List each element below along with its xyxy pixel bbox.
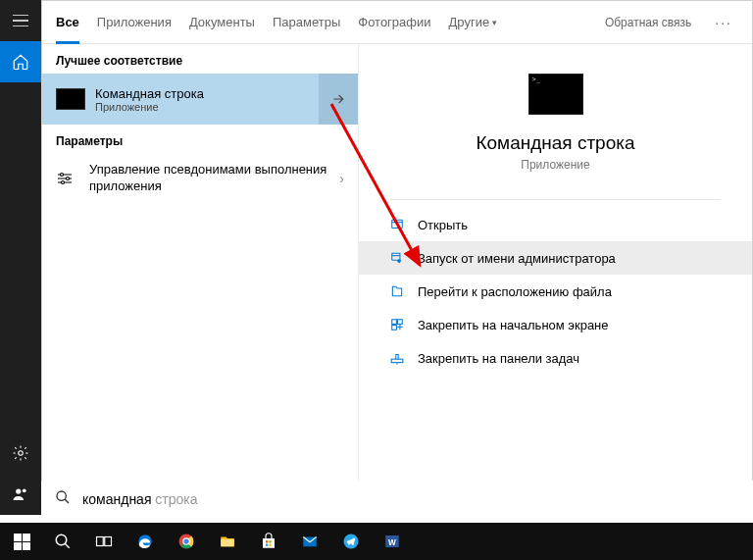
action-file-location[interactable]: Перейти к расположению файла: [359, 275, 752, 308]
pin-taskbar-icon: [388, 351, 406, 365]
preview-title: Командная строка: [476, 132, 634, 154]
svg-text:W: W: [388, 538, 396, 547]
svg-point-0: [19, 451, 24, 456]
start-left-rail: [0, 0, 41, 515]
tab-documents[interactable]: Документы: [189, 1, 255, 43]
more-button[interactable]: ···: [709, 1, 738, 43]
chevron-down-icon: ▾: [492, 18, 497, 27]
svg-rect-8: [392, 320, 397, 325]
taskbar-telegram[interactable]: [331, 523, 371, 560]
preview-subtitle: Приложение: [521, 158, 589, 172]
svg-point-3: [61, 174, 64, 177]
results-column: Лучшее соответствие Командная строка При…: [42, 44, 358, 514]
svg-rect-7: [392, 253, 400, 260]
action-run-as-admin-label: Запуск от имени администратора: [418, 251, 616, 266]
tab-settings[interactable]: Параметры: [273, 1, 340, 43]
taskbar-search-button[interactable]: [43, 523, 82, 560]
taskbar-word[interactable]: W: [373, 523, 412, 560]
svg-rect-23: [221, 539, 234, 547]
taskbar-edge[interactable]: [126, 523, 165, 560]
settings-button[interactable]: [0, 433, 41, 474]
open-icon: [388, 218, 406, 231]
preview-actions: Открыть Запуск от имени администратора П…: [359, 208, 752, 375]
svg-rect-16: [105, 537, 112, 546]
svg-rect-25: [266, 540, 268, 542]
svg-point-5: [62, 181, 65, 184]
windows-logo-icon: [14, 534, 30, 550]
search-typed: командная: [82, 491, 151, 507]
people-button[interactable]: [0, 474, 41, 515]
action-pin-taskbar-label: Закрепить на панели задач: [418, 351, 579, 366]
svg-rect-24: [263, 538, 275, 548]
svg-point-12: [57, 491, 66, 500]
start-button[interactable]: [2, 523, 41, 560]
tab-apps[interactable]: Приложения: [97, 1, 172, 43]
filter-tabs: Все Приложения Документы Параметры Фотог…: [42, 1, 752, 44]
taskbar-mail[interactable]: [290, 523, 329, 560]
tab-other[interactable]: Другие▾: [449, 1, 498, 43]
chevron-right-icon: ›: [339, 171, 344, 186]
svg-rect-11: [391, 359, 403, 363]
tab-photos[interactable]: Фотографии: [358, 1, 430, 43]
task-view-button[interactable]: [84, 523, 124, 560]
expand-arrow-button[interactable]: [319, 74, 358, 125]
settings-result-item[interactable]: Управление псевдонимами выполнения прило…: [42, 154, 358, 203]
taskbar: W: [0, 523, 753, 560]
svg-rect-10: [392, 326, 397, 331]
svg-point-14: [56, 535, 67, 545]
search-input-row[interactable]: командная строка: [41, 481, 753, 518]
search-text: командная строка: [82, 491, 198, 507]
svg-rect-26: [269, 540, 271, 542]
taskbar-chrome[interactable]: [167, 523, 206, 560]
folder-icon: [388, 284, 406, 298]
alias-settings-icon: [56, 172, 74, 185]
action-open[interactable]: Открыть: [359, 208, 752, 241]
pin-start-icon: [388, 318, 406, 331]
action-pin-start-label: Закрепить на начальном экране: [418, 318, 609, 332]
svg-rect-28: [269, 544, 271, 546]
search-icon: [55, 489, 71, 509]
svg-point-2: [23, 488, 26, 492]
best-match-subtitle: Приложение: [95, 101, 319, 113]
admin-icon: [388, 251, 406, 265]
best-match-title: Командная строка: [95, 86, 319, 101]
search-autocomplete: строка: [151, 491, 197, 507]
preview-pane: Командная строка Приложение Открыть Запу…: [358, 44, 752, 514]
svg-rect-27: [266, 544, 268, 546]
tab-all[interactable]: Все: [56, 1, 79, 43]
action-pin-taskbar[interactable]: Закрепить на панели задач: [359, 341, 752, 375]
search-panel: Все Приложения Документы Параметры Фотог…: [41, 0, 753, 515]
cmd-thumbnail-icon: [56, 88, 85, 110]
feedback-link[interactable]: Обратная связь: [605, 1, 691, 43]
settings-result-title: Управление псевдонимами выполнения прило…: [89, 162, 339, 195]
svg-rect-15: [97, 537, 104, 546]
section-best-match: Лучшее соответствие: [42, 44, 358, 74]
action-run-as-admin[interactable]: Запуск от имени администратора: [359, 241, 752, 275]
svg-rect-9: [398, 320, 403, 325]
divider: [390, 199, 721, 200]
svg-point-1: [16, 488, 21, 493]
menu-button[interactable]: [0, 0, 41, 41]
svg-rect-6: [392, 220, 403, 228]
action-pin-start[interactable]: Закрепить на начальном экране: [359, 308, 752, 341]
taskbar-explorer[interactable]: [208, 523, 247, 560]
preview-cmd-icon: [528, 74, 583, 115]
section-parameters: Параметры: [42, 125, 358, 154]
best-match-item[interactable]: Командная строка Приложение: [42, 74, 358, 125]
taskbar-store[interactable]: [249, 523, 288, 560]
action-file-location-label: Перейти к расположению файла: [418, 284, 612, 299]
home-button[interactable]: [0, 41, 41, 82]
svg-point-4: [67, 178, 70, 180]
action-open-label: Открыть: [418, 218, 468, 232]
svg-point-22: [183, 538, 188, 543]
